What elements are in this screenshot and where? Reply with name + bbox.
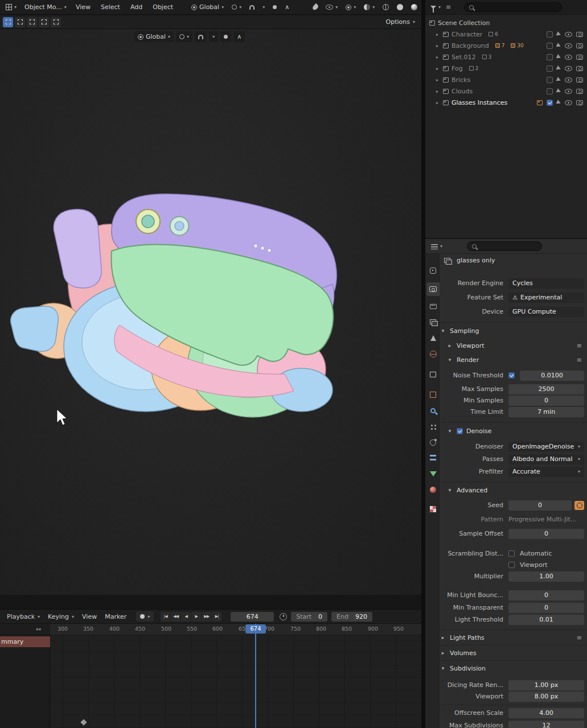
tab-particles[interactable] <box>426 419 440 433</box>
tab-tool[interactable] <box>426 264 440 277</box>
timeline-body[interactable]: mmary <box>0 635 421 728</box>
keying-menu[interactable]: Keying ▾ <box>44 613 78 620</box>
collection-name[interactable]: Fog <box>451 65 463 72</box>
render-engine-dropdown[interactable]: Cycles <box>508 278 584 289</box>
outliner-row-glasses-instances[interactable]: ▸ Glasses Instances <box>426 97 586 108</box>
outliner-row-scene-collection[interactable]: Scene Collection <box>426 17 586 28</box>
hide-viewport-toggle-icon[interactable] <box>565 100 572 105</box>
min-light-bounces-field[interactable]: 0 <box>508 590 584 601</box>
channel-region-header[interactable]: ↔ <box>0 624 50 635</box>
play-reverse-button[interactable]: ◀ <box>181 612 191 622</box>
collection-name[interactable]: Scene Collection <box>438 19 490 27</box>
playhead-frame-badge[interactable]: 674 <box>245 624 266 634</box>
section-subdivision[interactable]: ▾ Subdivision <box>440 662 587 674</box>
mode-dropdown[interactable]: Object Mo... ▾ <box>21 2 70 13</box>
section-volumes[interactable]: ▸ Volumes <box>440 647 587 659</box>
feature-set-dropdown[interactable]: ⚠ Experimental <box>508 293 584 303</box>
exclude-checkbox[interactable] <box>547 77 553 83</box>
disable-render-toggle-icon[interactable] <box>576 43 583 48</box>
proportional-falloff-dropdown[interactable]: ∧ <box>281 2 293 13</box>
selectable-toggle-icon[interactable] <box>556 100 562 105</box>
viewport-3d[interactable]: Global ▾ ▾ ▾ ∧ <box>0 29 421 595</box>
properties-editor-type-button[interactable]: ▾ <box>430 241 444 252</box>
tab-scene[interactable] <box>426 331 440 345</box>
outliner-row-character[interactable]: ▸ Character 6 <box>426 28 586 40</box>
preset-menu-icon[interactable]: ≡ <box>577 342 582 349</box>
selectable-toggle-icon[interactable] <box>556 77 562 83</box>
outliner-row-background[interactable]: ▸ Background 7 30 <box>426 40 586 51</box>
playhead-line[interactable] <box>255 624 256 728</box>
hide-viewport-toggle-icon[interactable] <box>565 55 572 60</box>
disclosure-triangle-icon[interactable]: ▸ <box>434 55 440 60</box>
outliner-row-fog[interactable]: ▸ Fog 2 <box>426 63 586 74</box>
denoise-checkbox[interactable] <box>457 428 463 434</box>
section-light-paths[interactable]: ▸ Light Paths ≡ <box>440 631 587 644</box>
prev-keyframe-button[interactable]: ◀◀ <box>171 612 180 622</box>
disclosure-triangle-icon[interactable]: ▸ <box>434 77 440 83</box>
disable-render-toggle-icon[interactable] <box>576 32 583 37</box>
snap-toggle[interactable] <box>246 2 258 13</box>
disable-render-toggle-icon[interactable] <box>576 55 583 60</box>
view-menu[interactable]: View <box>78 613 101 620</box>
selectable-toggle-icon[interactable] <box>556 54 562 60</box>
exclude-checkbox[interactable] <box>547 65 553 72</box>
shading-solid-button[interactable] <box>393 2 407 13</box>
sample-offset-field[interactable]: 0 <box>508 529 584 539</box>
selectable-toggle-icon[interactable] <box>556 31 562 37</box>
visibility-dropdown[interactable]: ▾ <box>322 2 341 13</box>
transform-orientation-dropdown[interactable]: Global ▾ <box>188 2 227 13</box>
scrambling-automatic-checkbox[interactable] <box>508 550 515 557</box>
shading-material-button[interactable] <box>408 2 421 13</box>
multiplier-field[interactable]: 1.00 <box>508 571 584 582</box>
min-transparent-field[interactable]: 0 <box>508 603 584 613</box>
select-tweak-tool-button[interactable] <box>15 17 25 27</box>
viewport-falloff-dropdown[interactable]: ∧ <box>233 31 245 42</box>
overlays-dropdown[interactable]: ▾ <box>360 2 378 13</box>
min-samples-field[interactable]: 0 <box>508 396 584 406</box>
hide-viewport-toggle-icon[interactable] <box>565 43 572 48</box>
outliner-row-set012[interactable]: ▸ Set.012 3 <box>426 51 586 63</box>
disable-render-toggle-icon[interactable] <box>576 66 583 71</box>
timeline-ruler[interactable]: 300 350 400 450 500 550 600 650 700 750 … <box>0 624 421 635</box>
viewport-pivot-dropdown[interactable]: ▾ <box>176 31 192 42</box>
exclude-checkbox[interactable] <box>547 31 553 38</box>
subsection-denoise[interactable]: ▾ Denoise <box>440 425 587 437</box>
summary-channel[interactable]: mmary <box>0 636 50 647</box>
select-circle-tool-button[interactable] <box>27 17 37 27</box>
time-limit-field[interactable]: 7 min <box>508 407 584 417</box>
keyframe-area[interactable] <box>50 635 421 728</box>
jump-to-start-button[interactable]: |◀ <box>161 612 170 622</box>
annotate-tool-button[interactable] <box>310 2 321 13</box>
selectable-toggle-icon[interactable] <box>556 88 562 94</box>
options-dropdown[interactable]: Options ▾ <box>386 18 418 26</box>
viewport-snap-settings[interactable]: ▾ <box>209 31 218 42</box>
tab-material[interactable] <box>426 483 440 496</box>
tab-constraints[interactable] <box>426 451 440 464</box>
viewlayer-name[interactable]: glasses only <box>457 255 495 266</box>
dicing-viewport-field[interactable]: 8.00 px <box>508 692 584 702</box>
max-subdivisions-field[interactable]: 12 <box>508 721 584 728</box>
tab-object[interactable] <box>426 388 440 401</box>
playback-menu[interactable]: Playback ▾ <box>3 613 44 620</box>
frame-start-field[interactable]: Start 0 <box>291 612 327 622</box>
disable-render-toggle-icon[interactable] <box>576 77 583 83</box>
shading-wireframe-button[interactable] <box>379 2 392 13</box>
collection-name[interactable]: Glasses Instances <box>451 99 507 106</box>
subsection-viewport[interactable]: ▸ Viewport ≡ <box>440 339 587 352</box>
jump-to-end-button[interactable]: ▶| <box>212 612 221 622</box>
noise-threshold-checkbox[interactable] <box>508 372 515 379</box>
disclosure-triangle-icon[interactable]: ▸ <box>434 89 440 94</box>
disclosure-triangle-icon[interactable]: ▸ <box>434 100 440 105</box>
tab-physics[interactable] <box>426 435 440 449</box>
selectable-toggle-icon[interactable] <box>556 65 562 71</box>
preset-menu-icon[interactable]: ≡ <box>577 356 582 364</box>
disable-render-toggle-icon[interactable] <box>576 100 583 105</box>
snap-settings-dropdown[interactable]: ▾ <box>259 2 268 13</box>
properties-search-input[interactable] <box>467 241 542 251</box>
editor-splitter[interactable] <box>421 0 425 728</box>
outliner-row-bricks[interactable]: ▸ Bricks <box>426 74 586 85</box>
preset-menu-icon[interactable]: ≡ <box>577 634 582 641</box>
exclude-checkbox[interactable] <box>547 88 553 94</box>
auto-keying-button[interactable]: ▾ <box>136 611 154 622</box>
tab-output[interactable] <box>426 299 440 313</box>
